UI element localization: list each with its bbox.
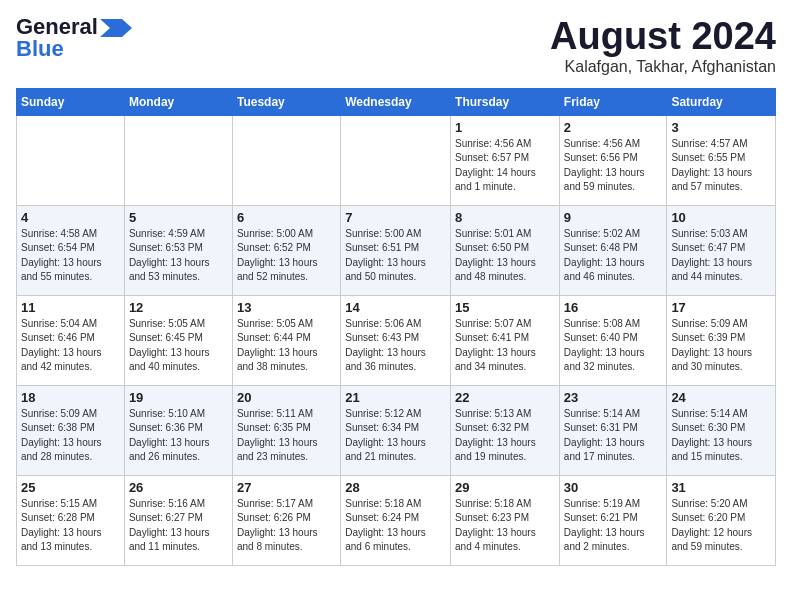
weekday-header-cell: Friday xyxy=(559,88,667,115)
calendar-week-row: 25Sunrise: 5:15 AM Sunset: 6:28 PM Dayli… xyxy=(17,475,776,565)
day-info: Sunrise: 5:09 AM Sunset: 6:38 PM Dayligh… xyxy=(21,407,120,465)
day-info: Sunrise: 5:18 AM Sunset: 6:24 PM Dayligh… xyxy=(345,497,446,555)
calendar-day-cell: 2Sunrise: 4:56 AM Sunset: 6:56 PM Daylig… xyxy=(559,115,667,205)
day-number: 14 xyxy=(345,300,446,315)
day-info: Sunrise: 4:56 AM Sunset: 6:57 PM Dayligh… xyxy=(455,137,555,195)
svg-marker-0 xyxy=(100,19,132,37)
day-info: Sunrise: 4:57 AM Sunset: 6:55 PM Dayligh… xyxy=(671,137,771,195)
calendar-week-row: 11Sunrise: 5:04 AM Sunset: 6:46 PM Dayli… xyxy=(17,295,776,385)
weekday-header-cell: Thursday xyxy=(451,88,560,115)
day-info: Sunrise: 5:06 AM Sunset: 6:43 PM Dayligh… xyxy=(345,317,446,375)
day-info: Sunrise: 5:16 AM Sunset: 6:27 PM Dayligh… xyxy=(129,497,228,555)
day-number: 27 xyxy=(237,480,336,495)
day-number: 11 xyxy=(21,300,120,315)
day-number: 31 xyxy=(671,480,771,495)
day-number: 29 xyxy=(455,480,555,495)
calendar-day-cell: 1Sunrise: 4:56 AM Sunset: 6:57 PM Daylig… xyxy=(451,115,560,205)
calendar-week-row: 18Sunrise: 5:09 AM Sunset: 6:38 PM Dayli… xyxy=(17,385,776,475)
calendar-day-cell: 18Sunrise: 5:09 AM Sunset: 6:38 PM Dayli… xyxy=(17,385,125,475)
logo-blue-text: Blue xyxy=(16,38,64,60)
day-number: 7 xyxy=(345,210,446,225)
calendar-day-cell: 21Sunrise: 5:12 AM Sunset: 6:34 PM Dayli… xyxy=(341,385,451,475)
calendar-day-cell: 11Sunrise: 5:04 AM Sunset: 6:46 PM Dayli… xyxy=(17,295,125,385)
calendar-day-cell: 10Sunrise: 5:03 AM Sunset: 6:47 PM Dayli… xyxy=(667,205,776,295)
calendar-day-cell: 29Sunrise: 5:18 AM Sunset: 6:23 PM Dayli… xyxy=(451,475,560,565)
calendar-day-cell: 5Sunrise: 4:59 AM Sunset: 6:53 PM Daylig… xyxy=(124,205,232,295)
day-number: 3 xyxy=(671,120,771,135)
calendar-day-cell: 23Sunrise: 5:14 AM Sunset: 6:31 PM Dayli… xyxy=(559,385,667,475)
day-number: 18 xyxy=(21,390,120,405)
day-number: 9 xyxy=(564,210,663,225)
day-info: Sunrise: 5:15 AM Sunset: 6:28 PM Dayligh… xyxy=(21,497,120,555)
day-info: Sunrise: 5:14 AM Sunset: 6:31 PM Dayligh… xyxy=(564,407,663,465)
calendar-day-cell: 15Sunrise: 5:07 AM Sunset: 6:41 PM Dayli… xyxy=(451,295,560,385)
day-info: Sunrise: 5:05 AM Sunset: 6:44 PM Dayligh… xyxy=(237,317,336,375)
calendar-day-cell: 28Sunrise: 5:18 AM Sunset: 6:24 PM Dayli… xyxy=(341,475,451,565)
day-info: Sunrise: 5:20 AM Sunset: 6:20 PM Dayligh… xyxy=(671,497,771,555)
day-info: Sunrise: 5:11 AM Sunset: 6:35 PM Dayligh… xyxy=(237,407,336,465)
calendar-day-cell: 8Sunrise: 5:01 AM Sunset: 6:50 PM Daylig… xyxy=(451,205,560,295)
calendar-day-cell: 13Sunrise: 5:05 AM Sunset: 6:44 PM Dayli… xyxy=(232,295,340,385)
day-number: 6 xyxy=(237,210,336,225)
calendar-day-cell: 30Sunrise: 5:19 AM Sunset: 6:21 PM Dayli… xyxy=(559,475,667,565)
calendar-day-cell: 19Sunrise: 5:10 AM Sunset: 6:36 PM Dayli… xyxy=(124,385,232,475)
logo-arrow-icon xyxy=(100,19,132,37)
day-info: Sunrise: 5:18 AM Sunset: 6:23 PM Dayligh… xyxy=(455,497,555,555)
calendar-day-cell: 22Sunrise: 5:13 AM Sunset: 6:32 PM Dayli… xyxy=(451,385,560,475)
calendar-day-cell: 4Sunrise: 4:58 AM Sunset: 6:54 PM Daylig… xyxy=(17,205,125,295)
day-number: 20 xyxy=(237,390,336,405)
calendar-day-cell: 24Sunrise: 5:14 AM Sunset: 6:30 PM Dayli… xyxy=(667,385,776,475)
day-number: 21 xyxy=(345,390,446,405)
calendar-week-row: 1Sunrise: 4:56 AM Sunset: 6:57 PM Daylig… xyxy=(17,115,776,205)
day-number: 25 xyxy=(21,480,120,495)
day-number: 4 xyxy=(21,210,120,225)
month-title: August 2024 xyxy=(550,16,776,58)
calendar-day-cell: 14Sunrise: 5:06 AM Sunset: 6:43 PM Dayli… xyxy=(341,295,451,385)
calendar-day-cell: 7Sunrise: 5:00 AM Sunset: 6:51 PM Daylig… xyxy=(341,205,451,295)
day-info: Sunrise: 4:56 AM Sunset: 6:56 PM Dayligh… xyxy=(564,137,663,195)
calendar-day-cell: 26Sunrise: 5:16 AM Sunset: 6:27 PM Dayli… xyxy=(124,475,232,565)
day-info: Sunrise: 4:58 AM Sunset: 6:54 PM Dayligh… xyxy=(21,227,120,285)
calendar-day-cell: 31Sunrise: 5:20 AM Sunset: 6:20 PM Dayli… xyxy=(667,475,776,565)
calendar-day-cell: 20Sunrise: 5:11 AM Sunset: 6:35 PM Dayli… xyxy=(232,385,340,475)
calendar-day-cell: 12Sunrise: 5:05 AM Sunset: 6:45 PM Dayli… xyxy=(124,295,232,385)
day-info: Sunrise: 5:17 AM Sunset: 6:26 PM Dayligh… xyxy=(237,497,336,555)
calendar-day-cell xyxy=(341,115,451,205)
day-number: 26 xyxy=(129,480,228,495)
weekday-header-row: SundayMondayTuesdayWednesdayThursdayFrid… xyxy=(17,88,776,115)
calendar-day-cell: 17Sunrise: 5:09 AM Sunset: 6:39 PM Dayli… xyxy=(667,295,776,385)
day-info: Sunrise: 5:01 AM Sunset: 6:50 PM Dayligh… xyxy=(455,227,555,285)
day-info: Sunrise: 5:05 AM Sunset: 6:45 PM Dayligh… xyxy=(129,317,228,375)
weekday-header-cell: Sunday xyxy=(17,88,125,115)
page-header: General Blue August 2024 Kalafgan, Takha… xyxy=(16,16,776,76)
calendar-week-row: 4Sunrise: 4:58 AM Sunset: 6:54 PM Daylig… xyxy=(17,205,776,295)
weekday-header-cell: Tuesday xyxy=(232,88,340,115)
day-info: Sunrise: 5:13 AM Sunset: 6:32 PM Dayligh… xyxy=(455,407,555,465)
day-number: 15 xyxy=(455,300,555,315)
day-info: Sunrise: 5:14 AM Sunset: 6:30 PM Dayligh… xyxy=(671,407,771,465)
day-info: Sunrise: 5:07 AM Sunset: 6:41 PM Dayligh… xyxy=(455,317,555,375)
day-number: 1 xyxy=(455,120,555,135)
calendar-day-cell: 16Sunrise: 5:08 AM Sunset: 6:40 PM Dayli… xyxy=(559,295,667,385)
day-number: 10 xyxy=(671,210,771,225)
weekday-header-cell: Saturday xyxy=(667,88,776,115)
weekday-header-cell: Wednesday xyxy=(341,88,451,115)
day-info: Sunrise: 5:00 AM Sunset: 6:51 PM Dayligh… xyxy=(345,227,446,285)
title-block: August 2024 Kalafgan, Takhar, Afghanista… xyxy=(550,16,776,76)
day-number: 2 xyxy=(564,120,663,135)
logo: General Blue xyxy=(16,16,132,60)
day-number: 13 xyxy=(237,300,336,315)
day-info: Sunrise: 4:59 AM Sunset: 6:53 PM Dayligh… xyxy=(129,227,228,285)
day-number: 16 xyxy=(564,300,663,315)
calendar-day-cell: 25Sunrise: 5:15 AM Sunset: 6:28 PM Dayli… xyxy=(17,475,125,565)
day-number: 30 xyxy=(564,480,663,495)
day-number: 23 xyxy=(564,390,663,405)
day-number: 8 xyxy=(455,210,555,225)
day-info: Sunrise: 5:09 AM Sunset: 6:39 PM Dayligh… xyxy=(671,317,771,375)
calendar-day-cell: 27Sunrise: 5:17 AM Sunset: 6:26 PM Dayli… xyxy=(232,475,340,565)
calendar-day-cell xyxy=(232,115,340,205)
location-subtitle: Kalafgan, Takhar, Afghanistan xyxy=(550,58,776,76)
day-info: Sunrise: 5:03 AM Sunset: 6:47 PM Dayligh… xyxy=(671,227,771,285)
day-info: Sunrise: 5:10 AM Sunset: 6:36 PM Dayligh… xyxy=(129,407,228,465)
calendar-day-cell: 3Sunrise: 4:57 AM Sunset: 6:55 PM Daylig… xyxy=(667,115,776,205)
